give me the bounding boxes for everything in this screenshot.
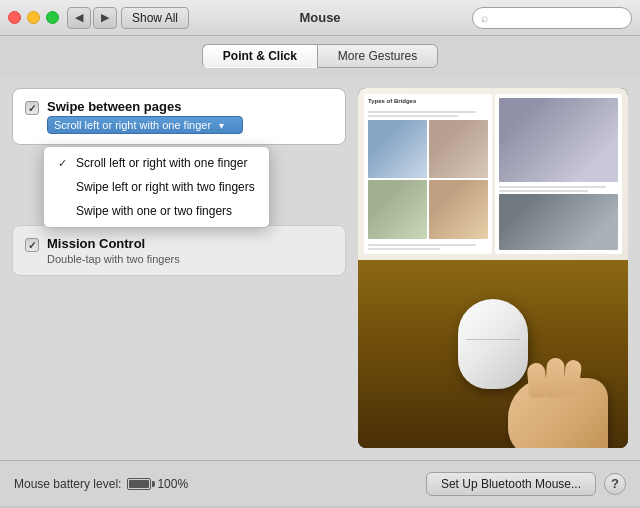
finger-3 bbox=[562, 359, 583, 397]
text-line bbox=[368, 115, 458, 117]
bridge-photo bbox=[368, 120, 427, 179]
text-line bbox=[368, 244, 476, 246]
text-line bbox=[368, 111, 476, 113]
show-all-button[interactable]: Show All bbox=[121, 7, 189, 29]
checkmark-icon: ✓ bbox=[58, 157, 70, 170]
bridge-image bbox=[368, 120, 427, 179]
book-preview: Types of Bridges bbox=[358, 88, 628, 260]
minimize-button[interactable] bbox=[27, 11, 40, 24]
dropdown-option-one-finger-label: Scroll left or right with one finger bbox=[76, 156, 247, 170]
nav-back-button[interactable]: ◀ bbox=[67, 7, 91, 29]
dropdown-option-one-finger[interactable]: ✓ Scroll left or right with one finger bbox=[44, 151, 269, 175]
battery-fill bbox=[129, 480, 149, 488]
mission-control-subtitle: Double-tap with two fingers bbox=[47, 253, 180, 265]
hand-shape bbox=[508, 378, 608, 448]
mission-control-header: Mission Control Double-tap with two fing… bbox=[25, 236, 333, 265]
church-image bbox=[368, 180, 427, 239]
close-button[interactable] bbox=[8, 11, 21, 24]
search-box[interactable]: ⌕ bbox=[472, 7, 632, 29]
dropdown-option-two-fingers[interactable]: Swipe left or right with two fingers bbox=[44, 175, 269, 199]
battery-percent: 100% bbox=[157, 477, 188, 491]
swipe-pages-card: Swipe between pages Scroll left or right… bbox=[12, 88, 346, 145]
tower-image bbox=[429, 120, 488, 179]
text-line bbox=[368, 248, 440, 250]
main-content: Swipe between pages Scroll left or right… bbox=[0, 76, 640, 460]
right-page-main-image bbox=[499, 98, 619, 182]
dropdown-option-one-or-two[interactable]: Swipe with one or two fingers bbox=[44, 199, 269, 223]
mouse-photo-preview bbox=[358, 260, 628, 448]
search-input[interactable] bbox=[492, 11, 623, 25]
page-text-lines-bottom bbox=[368, 244, 488, 250]
mouse-shape bbox=[458, 299, 528, 389]
battery-icon bbox=[127, 478, 151, 490]
battery-status: Mouse battery level: 100% bbox=[14, 477, 188, 491]
mission-control-checkbox[interactable] bbox=[25, 238, 39, 252]
swipe-pages-dropdown-menu: ✓ Scroll left or right with one finger S… bbox=[43, 146, 270, 228]
right-panel: Types of Bridges bbox=[358, 88, 628, 448]
nav-controls: ◀ ▶ bbox=[67, 7, 117, 29]
book-right-page bbox=[495, 94, 623, 254]
dropdown-selected-label: Scroll left or right with one finger bbox=[54, 119, 211, 131]
book-left-page: Types of Bridges bbox=[364, 94, 492, 254]
nav-forward-button[interactable]: ▶ bbox=[93, 7, 117, 29]
swipe-pages-dropdown[interactable]: Scroll left or right with one finger bbox=[47, 116, 243, 134]
tab-point-click[interactable]: Point & Click bbox=[202, 44, 317, 68]
text-line bbox=[499, 190, 589, 192]
swipe-pages-checkbox[interactable] bbox=[25, 101, 39, 115]
bluetooth-setup-button[interactable]: Set Up Bluetooth Mouse... bbox=[426, 472, 596, 496]
swipe-pages-title: Swipe between pages bbox=[47, 99, 243, 114]
arch-image bbox=[429, 180, 488, 239]
preview-area: Types of Bridges bbox=[358, 88, 628, 448]
titlebar: ◀ ▶ Show All Mouse ⌕ bbox=[0, 0, 640, 36]
arch-photo bbox=[429, 180, 488, 239]
dropdown-option-one-or-two-label: Swipe with one or two fingers bbox=[76, 204, 232, 218]
bottom-bar: Mouse battery level: 100% Set Up Bluetoo… bbox=[0, 460, 640, 506]
mission-control-card: Mission Control Double-tap with two fing… bbox=[12, 225, 346, 276]
window-title: Mouse bbox=[299, 10, 340, 25]
search-icon: ⌕ bbox=[481, 11, 488, 25]
text-line bbox=[499, 186, 607, 188]
tower-photo bbox=[429, 120, 488, 179]
help-button[interactable]: ? bbox=[604, 473, 626, 495]
church-photo bbox=[368, 180, 427, 239]
mission-control-title: Mission Control bbox=[47, 236, 180, 251]
battery-label-text: Mouse battery level: bbox=[14, 477, 121, 491]
left-panel: Swipe between pages Scroll left or right… bbox=[12, 88, 346, 448]
tabs-bar: Point & Click More Gestures bbox=[0, 36, 640, 76]
book-page-title: Types of Bridges bbox=[368, 98, 488, 106]
swipe-pages-header: Swipe between pages Scroll left or right… bbox=[25, 99, 333, 134]
page-text-lines-top bbox=[368, 111, 488, 117]
mouse-button-divider bbox=[466, 339, 520, 340]
window-controls bbox=[8, 11, 59, 24]
right-page-text bbox=[499, 186, 619, 192]
dropdown-option-two-fingers-label: Swipe left or right with two fingers bbox=[76, 180, 255, 194]
right-page-second-image bbox=[499, 194, 619, 250]
battery-body bbox=[127, 478, 151, 490]
maximize-button[interactable] bbox=[46, 11, 59, 24]
page-image-grid bbox=[368, 120, 488, 239]
swipe-pages-dropdown-row: Scroll left or right with one finger bbox=[47, 116, 243, 134]
tab-more-gestures[interactable]: More Gestures bbox=[317, 44, 438, 68]
bottom-right-controls: Set Up Bluetooth Mouse... ? bbox=[426, 472, 626, 496]
